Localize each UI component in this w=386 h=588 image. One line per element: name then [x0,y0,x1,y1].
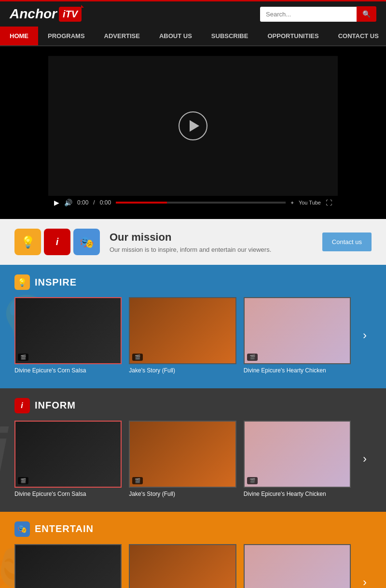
inspire-section: 💡 💡 INSPIRE 🎬 Divine Epicure's Corn Sals… [0,265,386,388]
inform-video-3[interactable]: 🎬 Divine Epicure's Hearty Chicken [244,421,351,497]
inform-video-grid: 🎬 Divine Epicure's Corn Salsa 🎬 Jake's S… [14,421,372,497]
film-icon-inf-2: 🎬 [132,477,143,484]
volume-adjust-btn[interactable]: + [290,200,293,205]
play-pause-btn[interactable]: ▶ [54,199,59,206]
inspire-label: INSPIRE [35,277,77,288]
header: Anchor iTV 🔍 [0,0,386,27]
play-button[interactable] [179,111,207,140]
inform-title-3: Divine Epicure's Hearty Chicken [244,491,351,497]
mission-text: Our mission Our mission is to inspire, i… [110,231,313,253]
inform-watermark: i [0,414,8,486]
film-icon-3: 🎬 [247,354,258,361]
inspire-thumb-img-3 [245,298,350,363]
inform-thumb-2: 🎬 [129,421,236,488]
entertain-icon: 🎭 [73,229,100,255]
entertain-section-icon: 🎭 [14,521,30,537]
nav-item-about[interactable]: ABOUT US [150,27,202,45]
time-total: 0:00 [100,199,111,206]
film-icon-inf-3: 🎬 [247,477,258,484]
inspire-thumb-2: 🎬 [129,297,236,364]
inspire-title: 💡 INSPIRE [14,274,372,290]
nav-item-programs[interactable]: PROGRAMS [38,27,95,45]
time-sep: / [93,199,95,206]
mission-title: Our mission [110,231,313,244]
inform-title-2: Jake's Story (Full) [129,491,236,497]
nav-item-home[interactable]: HOME [0,27,38,45]
video-section: ▶ 🔊 0:00 / 0:00 + You Tube ⛶ [0,46,386,219]
inform-section: i i INFORM 🎬 Divine Epicure's Corn Salsa… [0,388,386,512]
inspire-title-3: Divine Epicure's Hearty Chicken [244,367,351,374]
inspire-title-1: Divine Epicure's Corn Salsa [14,367,122,374]
inform-title-1: Divine Epicure's Corn Salsa [14,491,122,497]
inspire-thumb-img-2 [130,298,235,363]
inspire-thumb-img-1 [15,298,121,363]
inform-thumb-3: 🎬 [244,421,351,488]
search-box: 🔍 [260,6,376,22]
search-input[interactable] [260,7,357,22]
inform-next-btn[interactable]: › [358,447,372,470]
inspire-section-icon: 💡 [14,274,30,290]
inform-icon: i [44,229,70,255]
nav-item-advertise[interactable]: ADVERTISE [95,27,150,45]
contact-us-button[interactable]: Contact us [322,232,372,251]
entertain-thumb-img-2 [130,545,235,588]
inspire-title-2: Jake's Story (Full) [129,367,236,374]
entertain-title: 🎭 ENTERTAIN [14,521,372,537]
inform-thumb-img-1 [15,422,121,487]
entertain-thumb-3: 🎬 [244,544,351,588]
nav-item-opportunities[interactable]: OPPORTUNITIES [258,27,328,45]
entertain-thumb-img-1 [15,545,121,588]
entertain-section: 🎭 🎭 ENTERTAIN 🎬 Divine Epicure's Corn Sa… [0,512,386,588]
inspire-thumb-3: 🎬 [244,297,351,364]
film-icon-inf-1: 🎬 [18,477,28,484]
inform-thumb-img-2 [130,422,235,487]
inform-section-icon: i [14,398,30,413]
entertain-next-btn[interactable]: › [358,571,372,588]
video-controls: ▶ 🔊 0:00 / 0:00 + You Tube ⛶ [48,196,338,209]
volume-btn[interactable]: 🔊 [64,199,72,206]
logo-itv-badge: iTV [59,7,82,22]
progress-fill [116,202,167,204]
inform-title: i INFORM [14,398,372,413]
inform-thumb-1: 🎬 [14,421,122,488]
logo-anchor-text: Anchor [10,6,57,22]
video-player[interactable] [48,56,338,196]
inform-video-2[interactable]: 🎬 Jake's Story (Full) [129,421,236,497]
inspire-icon: 💡 [14,229,41,255]
entertain-thumb-2: 🎬 [129,544,236,588]
progress-bar[interactable] [116,202,286,204]
entertain-video-3[interactable]: 🎬 Divine Epicure's Hearty Chicken [244,544,351,588]
inform-thumb-img-3 [245,422,350,487]
mission-section: 💡 i 🎭 Our mission Our mission is to insp… [0,219,386,265]
inspire-next-btn[interactable]: › [358,324,372,347]
film-icon-1: 🎬 [18,354,28,361]
inform-label: INFORM [35,400,76,411]
main-nav: HOME PROGRAMS ADVERTISE ABOUT US SUBSCRI… [0,27,386,46]
entertain-video-2[interactable]: 🎬 Jake's Story (Full) [129,544,236,588]
entertain-label: ENTERTAIN [35,523,94,534]
inspire-video-grid: 🎬 Divine Epicure's Corn Salsa 🎬 Jake's S… [14,297,372,374]
time-current: 0:00 [77,199,88,206]
fullscreen-btn[interactable]: ⛶ [326,199,332,206]
search-button[interactable]: 🔍 [357,6,376,22]
entertain-video-grid: 🎬 Divine Epicure's Corn Salsa 🎬 Jake's S… [14,544,372,588]
entertain-thumb-1: 🎬 [14,544,122,588]
film-icon-2: 🎬 [132,354,143,361]
inspire-video-2[interactable]: 🎬 Jake's Story (Full) [129,297,236,374]
inspire-video-1[interactable]: 🎬 Divine Epicure's Corn Salsa [14,297,122,374]
mission-description: Our mission is to inspire, inform and en… [110,246,313,253]
inform-video-1[interactable]: 🎬 Divine Epicure's Corn Salsa [14,421,122,497]
logo: Anchor iTV [10,6,82,22]
inspire-thumb-1: 🎬 [14,297,122,364]
nav-item-contact[interactable]: CONTACT US [329,27,386,45]
inspire-video-3[interactable]: 🎬 Divine Epicure's Hearty Chicken [244,297,351,374]
mission-icons: 💡 i 🎭 [14,229,100,255]
youtube-btn[interactable]: You Tube [299,200,321,205]
entertain-video-1[interactable]: 🎬 Divine Epicure's Corn Salsa [14,544,122,588]
nav-item-subscribe[interactable]: SUBSCRIBE [202,27,258,45]
entertain-thumb-img-3 [245,545,350,588]
